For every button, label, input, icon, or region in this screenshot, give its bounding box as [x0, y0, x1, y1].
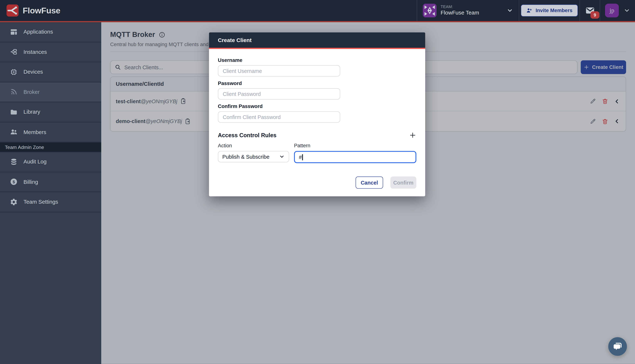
team-admin-zone-label: Team Admin Zone: [5, 144, 44, 150]
sidebar-item-instances[interactable]: Instances: [0, 42, 101, 62]
dialog-title: Create Client: [218, 37, 252, 43]
sidebar-item-applications[interactable]: Applications: [0, 22, 101, 42]
svg-text:$: $: [13, 180, 15, 184]
team-labels: TEAM: FlowFuse Team: [441, 4, 479, 16]
sidebar-item-team-settings[interactable]: Team Settings: [0, 192, 101, 212]
pattern-column: Pattern #: [294, 143, 416, 163]
action-select-value: Publish & Subscribe: [222, 154, 269, 160]
database-icon: [10, 158, 18, 166]
dialog-body: Username Password Confirm Password Acces…: [209, 49, 425, 196]
chevron-down-icon: [279, 154, 285, 160]
password-label: Password: [218, 80, 416, 86]
sidebar-item-audit-log[interactable]: Audit Log: [0, 152, 101, 172]
action-column: Action Publish & Subscribe: [218, 143, 289, 163]
dialog-header: Create Client: [209, 32, 425, 48]
confirm-password-label: Confirm Password: [218, 104, 416, 109]
cancel-button[interactable]: Cancel: [356, 176, 383, 188]
sidebar-item-label: Billing: [24, 179, 38, 185]
sidebar-item-library[interactable]: Library: [0, 102, 101, 122]
sidebar-item-label: Broker: [24, 89, 40, 95]
billing-icon: $: [10, 178, 18, 186]
sidebar-item-label: Audit Log: [24, 159, 47, 165]
brand-name: FlowFuse: [23, 6, 60, 16]
chat-bubble-icon: [612, 342, 623, 352]
action-select[interactable]: Publish & Subscribe: [218, 151, 289, 162]
chevron-down-icon: [506, 7, 513, 14]
sidebar: Applications Instances Devices: [0, 22, 101, 364]
team-name: FlowFuse Team: [441, 10, 479, 16]
confirm-button[interactable]: Confirm: [390, 176, 416, 188]
instances-icon: [10, 48, 18, 56]
team-selector[interactable]: TEAM: FlowFuse Team: [417, 0, 519, 21]
user-plus-icon: [526, 7, 533, 14]
app-root: FlowFuse TEAM: FlowFuse Team: [0, 0, 635, 364]
chat-widget-button[interactable]: [608, 337, 627, 356]
sidebar-item-label: Library: [24, 109, 40, 115]
notifications-button[interactable]: 9: [580, 0, 600, 21]
top-navbar: FlowFuse TEAM: FlowFuse Team: [0, 0, 635, 21]
flowfuse-brand[interactable]: FlowFuse: [0, 4, 60, 16]
password-input[interactable]: [218, 88, 340, 100]
notification-badge: 9: [590, 12, 599, 19]
members-icon: [10, 128, 18, 136]
broker-icon: [10, 88, 18, 96]
add-rule-icon[interactable]: [409, 132, 416, 139]
create-client-dialog: Create Client Username Password Confirm …: [209, 32, 425, 196]
sidebar-item-devices[interactable]: Devices: [0, 62, 101, 82]
invite-members-label: Invite Members: [536, 8, 572, 14]
sidebar-item-label: Team Settings: [24, 199, 58, 205]
team-label: TEAM:: [441, 4, 479, 10]
username-input[interactable]: [218, 65, 340, 76]
confirm-password-input[interactable]: [218, 111, 340, 123]
sidebar-item-label: Members: [24, 129, 46, 135]
sidebar-item-label: Instances: [24, 49, 47, 55]
sidebar-item-billing[interactable]: $ Billing: [0, 172, 101, 192]
pattern-input[interactable]: #: [294, 151, 416, 163]
sidebar-item-members[interactable]: Members: [0, 122, 101, 142]
text-caret: [302, 154, 303, 160]
devices-icon: [10, 68, 18, 76]
folder-icon: [10, 108, 18, 116]
user-menu[interactable]: jp: [600, 0, 635, 21]
access-control-rules-heading: Access Control Rules: [218, 132, 277, 138]
navbar-accent-line: [0, 21, 635, 22]
pattern-label: Pattern: [294, 143, 416, 148]
flowfuse-logo-icon: [7, 4, 19, 16]
chevron-down-icon: [623, 7, 630, 14]
navbar-right: TEAM: FlowFuse Team Invite Members: [417, 0, 635, 21]
team-admin-zone-header: Team Admin Zone: [0, 142, 101, 152]
pattern-value: #: [299, 154, 302, 160]
sidebar-item-label: Applications: [24, 29, 53, 35]
action-label: Action: [218, 143, 289, 148]
user-avatar: jp: [605, 4, 619, 18]
sidebar-item-label: Devices: [24, 69, 43, 75]
invite-section: Invite Members: [519, 0, 579, 21]
username-label: Username: [218, 58, 416, 63]
gear-icon: [10, 198, 18, 206]
applications-icon: [10, 28, 18, 36]
sidebar-item-broker[interactable]: Broker: [0, 82, 101, 102]
invite-members-button[interactable]: Invite Members: [521, 4, 578, 16]
team-avatar-icon: [423, 4, 437, 18]
